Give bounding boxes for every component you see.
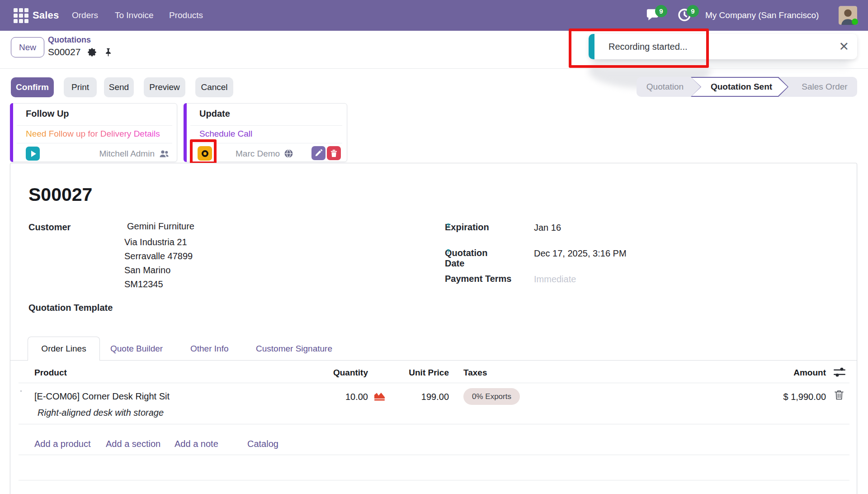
tab-customer-signature[interactable]: Customer Signature	[256, 337, 332, 361]
stage-active-label: Quotation Sent	[707, 82, 772, 92]
add-note-link[interactable]: Add a note	[175, 434, 218, 454]
gear-icon[interactable]	[87, 47, 97, 57]
new-button[interactable]: New	[11, 37, 44, 57]
assignee-name: Marc Demo	[236, 149, 280, 159]
activity-summary-link[interactable]: Schedule Call	[199, 129, 252, 139]
globe-icon	[284, 149, 293, 158]
activity-summary-link[interactable]: Need Follow up for Delivery Details	[26, 129, 160, 139]
column-header-product[interactable]: Product	[34, 368, 67, 378]
delete-row-icon[interactable]	[834, 390, 845, 402]
add-section-link[interactable]: Add a section	[106, 434, 160, 454]
activity-title: Follow Up	[26, 109, 69, 119]
toast-accent-bar	[589, 34, 594, 59]
company-switcher[interactable]: My Company (San Francisco)	[705, 0, 819, 31]
toast-message: Recording started...	[609, 34, 688, 59]
user-online-dot	[852, 19, 858, 25]
payment-terms-placeholder[interactable]: Immediate	[534, 274, 576, 285]
activities-badge: 9	[687, 5, 699, 17]
help-question-icon[interactable]: ?	[446, 248, 450, 255]
divider	[17, 125, 172, 126]
activity-card-follow-up: Follow Up Need Follow up for Delivery De…	[10, 103, 177, 162]
column-header-taxes[interactable]: Taxes	[463, 368, 487, 378]
column-header-quantity[interactable]: Quantity	[294, 368, 368, 378]
table-header-border	[19, 383, 849, 383]
row-border	[19, 424, 849, 424]
column-header-unit-price[interactable]: Unit Price	[385, 368, 449, 378]
close-icon[interactable]: ✕	[839, 34, 849, 59]
cancel-button[interactable]: Cancel	[195, 77, 233, 97]
activity-assignee: Mitchell Admin	[99, 147, 170, 161]
nav-menu-products[interactable]: Products	[169, 0, 203, 31]
add-product-link[interactable]: Add a product	[34, 434, 91, 454]
play-button[interactable]	[26, 147, 40, 161]
catalog-link[interactable]: Catalog	[247, 434, 278, 454]
cell-product-description[interactable]: Right-aligned desk with storage	[38, 408, 164, 418]
column-header-amount[interactable]: Amount	[746, 368, 826, 378]
cell-unit-price[interactable]: 199.00	[385, 392, 449, 402]
optional-columns-icon[interactable]	[833, 367, 846, 378]
stage-quotation-sent-active[interactable]: Quotation Sent	[691, 77, 788, 97]
tab-other-info[interactable]: Other Info	[190, 337, 229, 361]
cell-amount: $ 1,990.00	[746, 392, 826, 402]
activity-assignee: Marc Demo	[236, 147, 293, 161]
cell-quantity[interactable]: 10.00	[294, 392, 368, 402]
cell-taxes-tag[interactable]: 0% Exports	[463, 388, 520, 405]
customer-label: Customer	[28, 222, 71, 233]
edit-activity-button[interactable]	[311, 146, 326, 160]
activity-accent-bar	[184, 103, 187, 162]
preview-button[interactable]: Preview	[144, 77, 185, 97]
table-footer-border	[19, 455, 849, 455]
play-icon	[31, 151, 36, 157]
customer-address-line: Serravalle 47899	[124, 251, 193, 261]
send-button[interactable]: Send	[104, 77, 134, 97]
delete-activity-button[interactable]	[327, 146, 341, 160]
record-button[interactable]	[198, 146, 212, 161]
expiration-value[interactable]: Jan 16	[534, 223, 561, 233]
tab-order-lines[interactable]: Order Lines	[28, 337, 100, 361]
confirm-button[interactable]: Confirm	[11, 77, 54, 97]
pencil-icon	[315, 149, 322, 157]
stage-arrow-fill: Quotation Sent	[692, 78, 788, 96]
users-icon	[159, 149, 170, 159]
customer-value[interactable]: Gemini Furniture	[127, 221, 194, 232]
trash-icon	[330, 149, 337, 157]
quotation-form-sheet: S00027 Customer Gemini Furniture Via Ind…	[10, 163, 857, 494]
assignee-name: Mitchell Admin	[99, 149, 155, 159]
tab-quote-builder[interactable]: Quote Builder	[110, 337, 163, 361]
forecast-chart-icon[interactable]	[373, 391, 386, 402]
quotation-template-label: Quotation Template	[28, 303, 113, 313]
activity-accent-bar	[10, 103, 13, 162]
apps-grid-icon[interactable]	[14, 8, 28, 23]
label-text: Expiration	[445, 222, 489, 233]
pin-icon[interactable]	[104, 47, 114, 57]
quotation-date-value[interactable]: Dec 17, 2025, 3:16 PM	[534, 248, 627, 259]
messages-badge: 9	[655, 5, 667, 17]
divider	[190, 143, 342, 143]
divider	[190, 125, 342, 126]
customer-address-line: San Marino	[124, 265, 170, 276]
odoo-sales-screen: Sales Orders To Invoice Products 9 9 My …	[0, 0, 868, 494]
divider	[17, 143, 172, 143]
customer-address-line: SM12345	[124, 279, 163, 290]
nav-menu-orders[interactable]: Orders	[72, 0, 98, 31]
top-navbar: Sales Orders To Invoice Products 9 9 My …	[0, 0, 868, 31]
record-title[interactable]: S00027	[28, 184, 92, 205]
cell-product[interactable]: [E-COM06] Corner Desk Right Sit	[34, 391, 170, 402]
record-icon	[202, 150, 208, 157]
help-question-icon[interactable]: ?	[446, 222, 450, 229]
print-button[interactable]: Print	[64, 77, 97, 97]
toast-notification: Recording started... ✕	[589, 34, 857, 59]
row-drag-handle[interactable]	[20, 390, 25, 402]
breadcrumb-current-record: S00027	[48, 47, 80, 57]
label-text: Quotation Date	[445, 248, 487, 269]
stage-quotation[interactable]: Quotation	[637, 77, 693, 97]
nav-menu-to-invoice[interactable]: To Invoice	[115, 0, 154, 31]
customer-address-line: Via Industria 21	[124, 237, 187, 247]
breadcrumb: S00027	[48, 47, 114, 57]
activity-title: Update	[199, 109, 230, 119]
stage-sales-order[interactable]: Sales Order	[792, 77, 857, 97]
breadcrumb-quotations-link[interactable]: Quotations	[48, 35, 91, 45]
payment-terms-label: Payment Terms	[445, 274, 511, 284]
status-pipeline: Quotation Quotation Sent Sales Order	[637, 77, 857, 97]
app-menu-sales[interactable]: Sales	[33, 0, 59, 31]
